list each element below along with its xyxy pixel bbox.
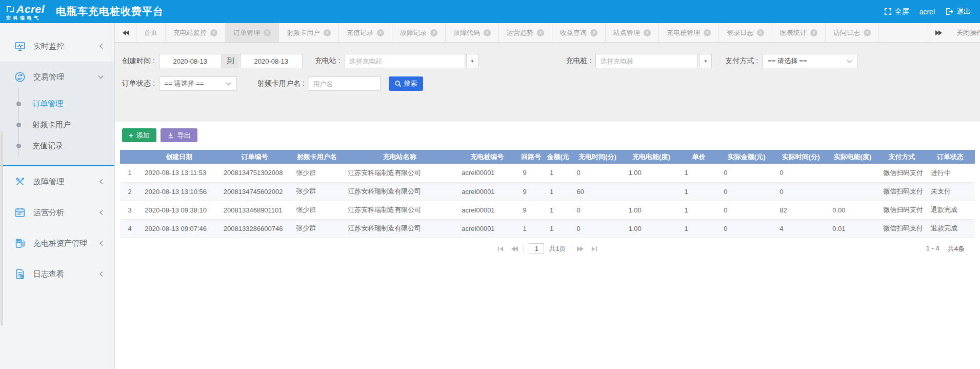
- toolbar: + 添加 导出: [115, 122, 980, 147]
- tabs-scroll-left-button[interactable]: [115, 23, 136, 42]
- table-row[interactable]: 12020-08-13 13:11:532008134751302008张少群江…: [120, 164, 975, 182]
- cell: 0: [718, 219, 774, 238]
- sidebar-item-label: 故障管理: [33, 177, 64, 187]
- pile-combobox: ▼: [595, 54, 712, 68]
- col-header-3: 充电站名称: [343, 150, 456, 164]
- table-row[interactable]: 42020-08-13 09:07:462008133286600746张少群江…: [120, 219, 975, 238]
- last-page-button[interactable]: [590, 245, 599, 253]
- tab-close-icon[interactable]: ×: [590, 29, 597, 36]
- cell: [827, 164, 878, 182]
- tab-close-icon[interactable]: ×: [484, 29, 491, 36]
- date-from-input[interactable]: [159, 54, 222, 68]
- tab-fault-codes[interactable]: 故障代码×: [446, 23, 499, 42]
- station-combobox-input[interactable]: [345, 54, 465, 68]
- sidebar-item-label: 订单管理: [32, 99, 63, 109]
- sidebar-item-pile-asset-management[interactable]: 充电桩资产管理: [0, 228, 114, 259]
- pile-dropdown-arrow-icon[interactable]: ▼: [699, 54, 712, 68]
- fullscreen-button[interactable]: 全屏: [884, 7, 909, 16]
- first-page-button[interactable]: [496, 245, 505, 253]
- tab-recharge-records[interactable]: 充值记录×: [339, 23, 392, 42]
- sidebar-item-transaction-management[interactable]: 交易管理: [0, 62, 114, 92]
- tab-label: 运营趋势: [507, 28, 533, 37]
- sidebar-item-operation-analysis[interactable]: 运营分析: [0, 197, 114, 228]
- sidebar-item-label: 射频卡用户: [32, 120, 71, 130]
- tab-close-icon[interactable]: ×: [264, 29, 271, 36]
- order-status-select[interactable]: == 请选择 ==: [159, 76, 237, 91]
- prev-page-button[interactable]: [510, 245, 519, 253]
- chevron-left-icon: [98, 240, 104, 247]
- tabs-scroll-right-button[interactable]: [928, 23, 949, 42]
- sidebar-item-recharge-records[interactable]: 充值记录: [0, 135, 114, 157]
- tab-home[interactable]: 首页: [136, 23, 166, 42]
- table-row[interactable]: 22020-08-13 13:10:562008134745602002张少群江…: [120, 182, 975, 201]
- logout-button[interactable]: 退出: [945, 7, 971, 16]
- cell: 1: [545, 201, 572, 219]
- current-user[interactable]: acrel: [919, 8, 935, 16]
- tab-station-monitor[interactable]: 充电站监控×: [166, 23, 226, 42]
- tab-order-management[interactable]: 订单管理×: [226, 23, 279, 42]
- tab-close-icon[interactable]: ×: [537, 29, 544, 36]
- pager-divider: [571, 245, 571, 253]
- tab-login-logs[interactable]: 登录日志×: [719, 23, 772, 42]
- tab-close-icon[interactable]: ×: [644, 29, 651, 36]
- tab-close-icon[interactable]: ×: [210, 29, 217, 36]
- cell: 0.01: [827, 219, 878, 238]
- sidebar-item-realtime-monitor[interactable]: 实时监控: [0, 31, 114, 62]
- next-page-button[interactable]: [576, 245, 585, 253]
- add-button[interactable]: + 添加: [122, 128, 156, 142]
- search-icon: [394, 80, 402, 87]
- pagination: 共1页 1 - 4 共4条: [115, 238, 980, 260]
- col-header-1: 订单编号: [218, 150, 291, 164]
- tab-fault-records[interactable]: 故障记录×: [392, 23, 446, 42]
- tab-close-icon[interactable]: ×: [377, 29, 384, 36]
- tab-label: 订单管理: [233, 28, 260, 37]
- tab-close-icon[interactable]: ×: [430, 29, 437, 36]
- date-to-input[interactable]: [240, 54, 303, 68]
- tab-label: 站点管理: [613, 28, 640, 37]
- sidebar-item-rfid-card-users[interactable]: 射频卡用户: [0, 114, 114, 135]
- col-header-14: 订单状态: [926, 150, 975, 164]
- sidebar-scrollbar[interactable]: [1, 131, 3, 326]
- tab-close-icon[interactable]: ×: [864, 29, 871, 36]
- rfid-username-input[interactable]: [309, 76, 381, 91]
- tab-pile-management[interactable]: 充电桩管理×: [659, 23, 719, 42]
- tab-label: 故障记录: [400, 28, 427, 37]
- tab-close-icon[interactable]: ×: [324, 29, 331, 36]
- export-button[interactable]: 导出: [161, 128, 197, 142]
- cell: 1.00: [623, 201, 679, 219]
- station-dropdown-arrow-icon[interactable]: ▼: [466, 54, 479, 68]
- create-time-label: 创建时间 :: [122, 56, 155, 66]
- table-header-row: 创建日期订单编号射频卡用户名充电站名称充电桩编号回路号金额(元充电时间(分)充电…: [120, 150, 975, 164]
- tab-operation-trend[interactable]: 运营趋势×: [499, 23, 552, 42]
- tab-station-management[interactable]: 站点管理×: [606, 23, 659, 42]
- tab-close-icon[interactable]: ×: [810, 29, 817, 36]
- sidebar-item-label: 交易管理: [33, 72, 64, 82]
- cell: 0: [718, 182, 774, 201]
- pay-method-select[interactable]: == 请选择 ==: [762, 54, 858, 68]
- pile-combobox-input[interactable]: [595, 54, 698, 68]
- pile-label: 充电桩 :: [566, 56, 592, 66]
- logo-subtext: 安科瑞电气: [6, 16, 41, 21]
- tab-close-icon[interactable]: ×: [757, 29, 764, 36]
- sidebar-item-fault-management[interactable]: 故障管理: [0, 166, 114, 197]
- table-row[interactable]: 32020-08-13 09:38:102008133468901101张少群江…: [120, 201, 975, 219]
- cell: 9: [517, 201, 545, 219]
- tab-access-logs[interactable]: 访问日志×: [826, 23, 879, 42]
- cell: 微信扫码支付: [878, 219, 926, 238]
- col-header-12: 实际电能(度): [827, 150, 878, 164]
- sidebar-item-log-view[interactable]: 日志查看: [0, 259, 114, 289]
- cell: 张少群: [291, 219, 343, 238]
- sidebar-item-order-management[interactable]: 订单管理: [0, 93, 114, 114]
- tab-revenue-query[interactable]: 收益查询×: [552, 23, 606, 42]
- cell: 进行中: [926, 164, 975, 182]
- close-operations-menu[interactable]: 关闭操作: [949, 23, 980, 42]
- tab-close-icon[interactable]: ×: [704, 29, 711, 36]
- cell: 江苏安科瑞制造有限公司: [343, 182, 456, 201]
- tab-rfid-card-users[interactable]: 射频卡用户×: [279, 23, 339, 42]
- tab-chart-statistics[interactable]: 图表统计×: [772, 23, 826, 42]
- search-button[interactable]: 搜索: [389, 76, 423, 91]
- tab-label: 充值记录: [347, 28, 373, 37]
- bullet-icon: [16, 102, 21, 106]
- page-number-input[interactable]: [529, 243, 544, 254]
- pay-method-label: 支付方式 :: [725, 56, 758, 66]
